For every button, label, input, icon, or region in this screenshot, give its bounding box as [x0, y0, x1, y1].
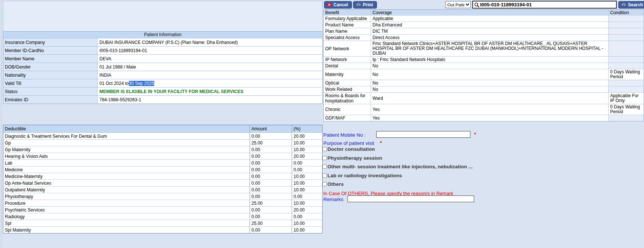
deductible-row: Medicine0.000.00 [3, 166, 322, 173]
deductible-percent: 0.00 [292, 213, 322, 220]
benefit-name: IP Network [324, 57, 371, 63]
amount-header: Amount [250, 125, 292, 133]
patient-info-table: Patient Information Insurance CompanyDUB… [3, 31, 323, 104]
benefit-coverage: DIC TM [371, 28, 609, 34]
field-label: DOB/Gender [3, 63, 98, 71]
field-label: Insurance Company [3, 38, 98, 46]
benefit-condition [609, 41, 644, 56]
benefit-name: Work Related [324, 86, 371, 92]
deductible-amount: 0.00 [250, 207, 292, 213]
benefit-row: MaternityNo0 Days Waiting Period [324, 69, 644, 80]
search-button[interactable]: Search [618, 1, 644, 9]
patient-panel-spacer [3, 1, 323, 31]
condition-header: Condition [609, 10, 644, 16]
benefit-name: Formulary Applicable [324, 16, 371, 22]
patient-type-select[interactable]: Out Patient [445, 1, 471, 8]
deductible-percent: 10.00 [292, 220, 322, 226]
deductible-row: Spl25.0010.00 [3, 220, 322, 226]
patient-info-row: Member ID-CardNoI005-010-118993194-01 [3, 46, 322, 54]
benefit-row: Work RelatedNo [324, 86, 644, 92]
benefit-header: Benefit [324, 10, 371, 16]
benefit-condition [609, 35, 644, 41]
mobile-required-asterisk: * [474, 131, 476, 137]
coverage-header: Coverage [371, 10, 609, 16]
patient-info-row: NationalityINDIA [3, 71, 322, 79]
deductible-row: Psychiatric Services0.0020.00 [3, 206, 322, 213]
field-value: 01 Oct 2024 to 30 Sep 2025 [98, 79, 322, 87]
checkbox[interactable] [323, 147, 327, 151]
deductible-name: Medicine-Maternity [3, 173, 250, 179]
field-label: Member Name [3, 55, 98, 63]
patient-mobile-label: Patient Mobile No : [323, 132, 366, 138]
deductible-row: Gp25.0010.00 [3, 139, 322, 146]
deductible-row: Procedure25.0010.00 [3, 200, 322, 206]
checkbox[interactable] [323, 165, 327, 169]
deductible-amount: 25.00 [250, 140, 292, 146]
deductible-amount: 0.00 [250, 160, 292, 166]
benefit-name: Product Name [324, 22, 371, 28]
checkbox-label: Lab or radiology investigations [327, 173, 402, 178]
field-value: DEVA [98, 55, 322, 63]
benefit-row: DentalNo [324, 63, 644, 69]
benefit-row: OpticalNo [324, 80, 644, 86]
checkbox-label: Doctor consultation [327, 146, 375, 152]
print-button-label: Print [363, 2, 373, 7]
search-box[interactable] [472, 1, 617, 9]
checkbox[interactable] [323, 174, 327, 178]
purpose-checkbox-row: Other multi- session treatment like inje… [323, 164, 473, 169]
selected-text: 30 Sep 2025 [129, 81, 154, 86]
percent-header: (%) [292, 125, 322, 133]
purpose-checkbox-row: Lab or radiology investigations [323, 173, 402, 178]
field-label: Status [3, 88, 98, 95]
field-label: Emirates ID [3, 96, 98, 104]
deductible-rows: Diagnostic & Treatment Services For Dent… [3, 133, 322, 233]
benefit-name: Maternity [324, 69, 371, 80]
benefit-condition [609, 57, 644, 63]
value-text: 01 Oct 2024 to [99, 81, 129, 86]
deductible-percent: 0.00 [292, 193, 322, 200]
patient-mobile-input[interactable] [376, 131, 470, 138]
benefit-name: Chronic [324, 104, 371, 115]
benefit-condition [609, 22, 644, 28]
print-button[interactable]: Print [353, 1, 377, 9]
deductible-name: Diagnostic & Treatment Services For Dent… [3, 133, 250, 139]
cancel-button[interactable]: ✕ Cancel [324, 1, 352, 9]
deductible-amount: 0.00 [250, 193, 292, 200]
benefit-condition: 0 Days Waiting Period [609, 69, 644, 80]
benefit-coverage: Applicable [371, 16, 609, 22]
patient-info-rows: Insurance CompanyDUBAI INSURANCE COMPANY… [3, 38, 322, 104]
field-label: Member ID-CardNo [3, 47, 98, 54]
field-value: INDIA [98, 71, 322, 79]
benefit-coverage: No [371, 80, 609, 86]
benefit-condition [609, 80, 644, 86]
deductible-name: Hearing & Vision Aids [3, 153, 250, 159]
deductible-percent: 10.00 [292, 140, 322, 146]
search-button-label: Search [628, 2, 643, 7]
deductible-row: Diagnostic & Treatment Services For Dent… [3, 133, 322, 139]
benefit-name: Plan Name [324, 28, 371, 34]
deductible-name: Gp [3, 140, 250, 146]
member-search-input[interactable] [480, 2, 616, 7]
deductible-name: Op Ante-Natal Services [3, 180, 250, 186]
field-value: 01 Jul 1988 / Male [98, 63, 322, 71]
remarks-input[interactable] [348, 195, 474, 202]
checkbox[interactable] [323, 182, 327, 186]
deductible-name: Physiotherapy [3, 193, 250, 200]
checkbox[interactable] [323, 156, 327, 160]
benefit-name: GDF/MAF [324, 115, 371, 121]
deductible-row: Spl Maternity0.0010.00 [3, 226, 322, 233]
field-value: DUBAI INSURANCE COMPANY (P.S.C) (Plan Na… [98, 38, 322, 46]
panel-left-border [1, 0, 1, 248]
benefit-condition [609, 28, 644, 34]
deductible-row: Gp Maternity0.0010.00 [3, 146, 322, 153]
cancel-x-icon: ✕ [327, 3, 331, 7]
deductible-name: Procedure [3, 200, 250, 206]
cancel-button-label: Cancel [333, 2, 348, 7]
deductible-amount: 0.00 [250, 153, 292, 159]
deductible-amount: 0.00 [250, 146, 292, 153]
deductible-row: Lab0.000.00 [3, 159, 322, 166]
benefit-row: Product NameDha Enhanced [324, 22, 644, 28]
deductible-row: Radiology0.000.00 [3, 213, 322, 220]
purpose-checkbox-row: Others [323, 181, 344, 187]
deductible-name: Lab [3, 160, 250, 166]
